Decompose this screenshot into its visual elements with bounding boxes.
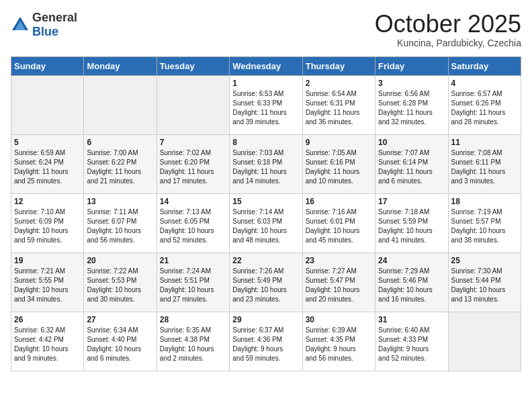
calendar-cell: 18Sunrise: 7:19 AM Sunset: 5:57 PM Dayli… [448, 193, 521, 253]
day-info: Sunrise: 7:24 AM Sunset: 5:51 PM Dayligh… [160, 267, 226, 304]
calendar-cell: 26Sunrise: 6:32 AM Sunset: 4:42 PM Dayli… [11, 312, 84, 371]
calendar-week-row: 26Sunrise: 6:32 AM Sunset: 4:42 PM Dayli… [11, 312, 521, 371]
day-info: Sunrise: 6:39 AM Sunset: 4:35 PM Dayligh… [306, 326, 372, 363]
day-info: Sunrise: 7:19 AM Sunset: 5:57 PM Dayligh… [451, 208, 518, 245]
day-number: 2 [306, 79, 372, 88]
day-info: Sunrise: 7:27 AM Sunset: 5:47 PM Dayligh… [306, 267, 372, 304]
header-day-wednesday: Wednesday [230, 56, 302, 75]
day-info: Sunrise: 6:37 AM Sunset: 4:36 PM Dayligh… [232, 326, 299, 363]
calendar-cell: 3Sunrise: 6:56 AM Sunset: 6:28 PM Daylig… [375, 75, 448, 134]
day-info: Sunrise: 7:08 AM Sunset: 6:11 PM Dayligh… [451, 148, 518, 186]
day-number: 12 [14, 197, 81, 206]
calendar-cell: 6Sunrise: 7:00 AM Sunset: 6:22 PM Daylig… [84, 134, 157, 193]
calendar-cell: 19Sunrise: 7:21 AM Sunset: 5:55 PM Dayli… [11, 253, 84, 312]
day-info: Sunrise: 6:56 AM Sunset: 6:28 PM Dayligh… [378, 89, 445, 127]
day-info: Sunrise: 6:53 AM Sunset: 6:33 PM Dayligh… [232, 89, 299, 127]
calendar-cell: 2Sunrise: 6:54 AM Sunset: 6:31 PM Daylig… [302, 75, 375, 134]
day-info: Sunrise: 7:00 AM Sunset: 6:22 PM Dayligh… [87, 148, 153, 186]
day-number: 31 [378, 315, 445, 324]
day-number: 10 [378, 138, 445, 147]
day-info: Sunrise: 6:35 AM Sunset: 4:38 PM Dayligh… [160, 326, 226, 363]
day-info: Sunrise: 6:32 AM Sunset: 4:42 PM Dayligh… [14, 326, 81, 363]
calendar-cell: 25Sunrise: 7:30 AM Sunset: 5:44 PM Dayli… [448, 253, 521, 312]
day-info: Sunrise: 7:10 AM Sunset: 6:09 PM Dayligh… [14, 208, 81, 245]
day-number: 24 [378, 256, 445, 265]
day-info: Sunrise: 7:21 AM Sunset: 5:55 PM Dayligh… [14, 267, 81, 304]
day-number: 5 [14, 138, 81, 147]
calendar-cell: 31Sunrise: 6:40 AM Sunset: 4:33 PM Dayli… [375, 312, 448, 371]
calendar-week-row: 12Sunrise: 7:10 AM Sunset: 6:09 PM Dayli… [11, 193, 521, 253]
calendar-cell: 1Sunrise: 6:53 AM Sunset: 6:33 PM Daylig… [230, 75, 302, 134]
calendar-cell: 28Sunrise: 6:35 AM Sunset: 4:38 PM Dayli… [157, 312, 229, 371]
day-info: Sunrise: 7:18 AM Sunset: 5:59 PM Dayligh… [378, 208, 445, 245]
calendar-cell: 22Sunrise: 7:26 AM Sunset: 5:49 PM Dayli… [230, 253, 302, 312]
calendar-cell: 13Sunrise: 7:11 AM Sunset: 6:07 PM Dayli… [84, 193, 157, 253]
calendar-cell: 5Sunrise: 6:59 AM Sunset: 6:24 PM Daylig… [11, 134, 84, 193]
logo-blue-text: Blue [32, 25, 58, 38]
calendar-week-row: 1Sunrise: 6:53 AM Sunset: 6:33 PM Daylig… [11, 75, 521, 134]
header-day-friday: Friday [375, 56, 448, 75]
calendar-cell: 14Sunrise: 7:13 AM Sunset: 6:05 PM Dayli… [157, 193, 229, 253]
day-number: 8 [232, 138, 299, 147]
day-number: 6 [87, 138, 153, 147]
calendar-cell: 8Sunrise: 7:03 AM Sunset: 6:18 PM Daylig… [230, 134, 302, 193]
day-number: 30 [306, 315, 372, 324]
day-number: 9 [306, 138, 372, 147]
calendar-cell: 11Sunrise: 7:08 AM Sunset: 6:11 PM Dayli… [448, 134, 521, 193]
header-day-saturday: Saturday [448, 56, 521, 75]
calendar-cell: 24Sunrise: 7:29 AM Sunset: 5:46 PM Dayli… [375, 253, 448, 312]
day-info: Sunrise: 7:30 AM Sunset: 5:44 PM Dayligh… [451, 267, 518, 304]
calendar-table: SundayMondayTuesdayWednesdayThursdayFrid… [11, 56, 521, 371]
day-info: Sunrise: 7:11 AM Sunset: 6:07 PM Dayligh… [87, 208, 153, 245]
title-block: October 2025 Kuncina, Pardubicky, Czechi… [375, 11, 521, 48]
day-number: 16 [306, 197, 372, 206]
calendar-week-row: 19Sunrise: 7:21 AM Sunset: 5:55 PM Dayli… [11, 253, 521, 312]
calendar-week-row: 5Sunrise: 6:59 AM Sunset: 6:24 PM Daylig… [11, 134, 521, 193]
day-info: Sunrise: 6:34 AM Sunset: 4:40 PM Dayligh… [87, 326, 153, 363]
day-number: 4 [451, 79, 518, 88]
calendar-cell: 7Sunrise: 7:02 AM Sunset: 6:20 PM Daylig… [157, 134, 229, 193]
header-day-monday: Monday [84, 56, 157, 75]
day-info: Sunrise: 7:26 AM Sunset: 5:49 PM Dayligh… [232, 267, 299, 304]
day-info: Sunrise: 6:57 AM Sunset: 6:26 PM Dayligh… [451, 89, 518, 127]
calendar-cell: 30Sunrise: 6:39 AM Sunset: 4:35 PM Dayli… [302, 312, 375, 371]
day-number: 28 [160, 315, 226, 324]
day-number: 11 [451, 138, 518, 147]
calendar-cell: 4Sunrise: 6:57 AM Sunset: 6:26 PM Daylig… [448, 75, 521, 134]
calendar-header-row: SundayMondayTuesdayWednesdayThursdayFrid… [11, 56, 521, 75]
day-info: Sunrise: 7:16 AM Sunset: 6:01 PM Dayligh… [306, 208, 372, 245]
day-number: 26 [14, 315, 81, 324]
day-info: Sunrise: 7:02 AM Sunset: 6:20 PM Dayligh… [160, 148, 226, 186]
calendar-cell: 27Sunrise: 6:34 AM Sunset: 4:40 PM Dayli… [84, 312, 157, 371]
day-info: Sunrise: 7:14 AM Sunset: 6:03 PM Dayligh… [232, 208, 299, 245]
day-info: Sunrise: 7:03 AM Sunset: 6:18 PM Dayligh… [232, 148, 299, 186]
calendar-cell: 17Sunrise: 7:18 AM Sunset: 5:59 PM Dayli… [375, 193, 448, 253]
logo-icon [11, 15, 30, 34]
header-day-thursday: Thursday [302, 56, 375, 75]
location-subtitle: Kuncina, Pardubicky, Czechia [375, 38, 521, 48]
calendar-cell: 10Sunrise: 7:07 AM Sunset: 6:14 PM Dayli… [375, 134, 448, 193]
day-number: 23 [306, 256, 372, 265]
day-number: 14 [160, 197, 226, 206]
day-number: 25 [451, 256, 518, 265]
day-number: 13 [87, 197, 153, 206]
calendar-cell [157, 75, 229, 134]
logo: General Blue [11, 11, 77, 39]
day-info: Sunrise: 7:05 AM Sunset: 6:16 PM Dayligh… [306, 148, 372, 186]
calendar-cell [448, 312, 521, 371]
day-number: 17 [378, 197, 445, 206]
day-info: Sunrise: 6:54 AM Sunset: 6:31 PM Dayligh… [306, 89, 372, 127]
day-number: 19 [14, 256, 81, 265]
header-day-tuesday: Tuesday [157, 56, 229, 75]
calendar-cell: 23Sunrise: 7:27 AM Sunset: 5:47 PM Dayli… [302, 253, 375, 312]
calendar-cell: 16Sunrise: 7:16 AM Sunset: 6:01 PM Dayli… [302, 193, 375, 253]
day-number: 18 [451, 197, 518, 206]
day-info: Sunrise: 7:29 AM Sunset: 5:46 PM Dayligh… [378, 267, 445, 304]
calendar-cell: 15Sunrise: 7:14 AM Sunset: 6:03 PM Dayli… [230, 193, 302, 253]
header-day-sunday: Sunday [11, 56, 84, 75]
month-title: October 2025 [375, 11, 521, 38]
calendar-cell [84, 75, 157, 134]
calendar-cell: 12Sunrise: 7:10 AM Sunset: 6:09 PM Dayli… [11, 193, 84, 253]
day-info: Sunrise: 6:59 AM Sunset: 6:24 PM Dayligh… [14, 148, 81, 186]
day-info: Sunrise: 7:22 AM Sunset: 5:53 PM Dayligh… [87, 267, 153, 304]
